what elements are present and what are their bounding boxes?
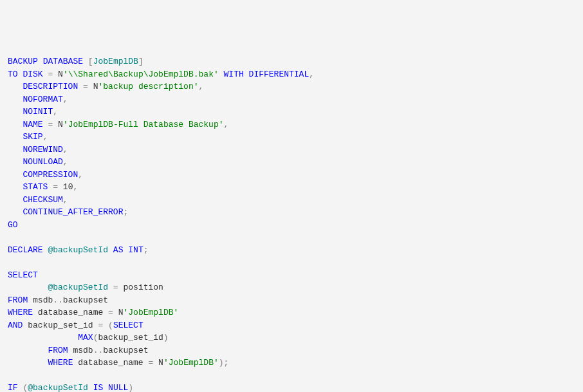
keyword-declare: DECLARE [8,245,43,255]
eq: = [53,182,58,192]
indent [8,132,23,142]
indent [8,346,48,355]
eq: = [148,358,153,368]
keyword-select: SELECT [8,270,38,280]
keyword-disk: DISK [23,70,42,79]
comma: , [224,120,229,129]
indent [8,82,23,91]
comma: , [73,182,78,192]
paren: ) [128,383,133,392]
keyword-where: WHERE [48,358,73,368]
schema-name: msdb [73,346,93,355]
column-name: backup_set_id [98,333,163,342]
comma: , [78,170,83,180]
table-name: backupset [103,346,148,355]
indent [8,157,23,167]
eq: = [108,308,113,317]
sql-code-block: BACKUP DATABASE [JobEmplDB] TO DISK = N'… [8,55,575,392]
comma: , [43,132,48,142]
comma: , [63,145,68,154]
comma: , [63,195,68,205]
indent [8,182,23,192]
function-max: MAX [78,333,93,342]
keyword-checksum: CHECKSUM [23,195,62,205]
type-int: INT [128,245,143,255]
variable: @backupSetId [48,283,108,292]
keyword-compression: COMPRESSION [23,170,78,180]
keyword-skip: SKIP [23,132,42,142]
paren: ) [219,358,224,368]
indent [8,358,48,368]
indent [8,95,23,104]
keyword-stats: STATS [23,182,48,192]
db-name: JobEmplDB [93,57,138,66]
n-prefix: N [158,358,163,368]
bracket: ] [138,57,143,66]
keyword-where: WHERE [8,308,33,317]
keyword-database: DATABASE [43,57,83,66]
indent [8,120,23,129]
keyword-to: TO [8,70,18,79]
comma: , [63,157,68,167]
keyword-noinit: NOINIT [23,107,53,117]
keyword-from: FROM [48,346,68,355]
eq: = [98,321,103,330]
keyword-is: IS [93,383,104,392]
semicolon: ; [143,245,149,255]
keyword-select: SELECT [113,321,143,330]
keyword-with: WITH [224,70,244,79]
indent [8,207,23,217]
keyword-description: DESCRIPTION [23,82,78,91]
keyword-noformat: NOFORMAT [23,95,62,104]
keyword-null: NULL [108,383,128,392]
n-prefix: N [118,308,124,317]
indent [8,283,48,292]
keyword-as: AS [113,245,124,255]
comma: , [199,82,204,91]
semicolon: ; [123,207,128,217]
keyword-and: AND [8,321,23,330]
keyword-go: GO [8,220,18,230]
comma: , [63,95,68,104]
paren: ) [163,333,169,342]
dots: .. [53,295,63,305]
keyword-name: NAME [23,120,42,129]
bracket: [ [88,57,93,66]
keyword-norewind: NOREWIND [23,145,62,154]
variable: @backupSetId [28,383,88,392]
eq: = [48,70,53,79]
comma: , [53,107,58,117]
indent [8,195,23,205]
comma: , [309,70,314,79]
paren: ( [108,321,113,330]
string-literal: 'JobEmplDB' [124,308,179,317]
indent [8,333,78,342]
keyword-if: IF [8,383,18,392]
keyword-nounload: NOUNLOAD [23,157,62,167]
keyword-continue-after-error: CONTINUE_AFTER_ERROR [23,207,123,217]
column-name: database_name [78,358,143,368]
dots: .. [93,346,104,355]
n-prefix: N [58,70,63,79]
string-literal: 'JobEmplDB-Full Database Backup' [63,120,224,129]
eq: = [48,120,53,129]
string-literal: 'backup description' [98,82,198,91]
keyword-differential: DIFFERENTIAL [249,70,310,79]
column-name: backup_set_id [28,321,93,330]
table-name: backupset [63,295,108,305]
string-literal: '\\Shared\Backup\JobEmplDB.bak' [63,70,219,79]
number-literal: 10 [63,182,73,192]
eq: = [113,283,118,292]
column-name: position [123,283,163,292]
variable: @backupSetId [48,245,108,255]
keyword-from: FROM [8,295,28,305]
eq: = [83,82,88,91]
semicolon: ; [224,358,229,368]
schema-name: msdb [33,295,53,305]
indent [8,107,23,117]
indent [8,170,23,180]
indent [8,145,23,154]
keyword-backup: BACKUP [8,57,38,66]
string-literal: 'JobEmplDB' [163,358,219,368]
n-prefix: N [58,120,63,129]
